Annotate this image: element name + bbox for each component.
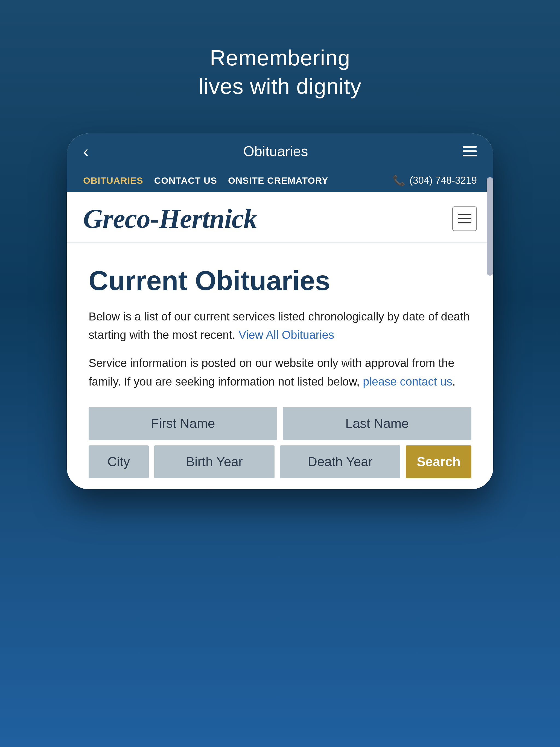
contact-us-link[interactable]: please contact us [363,375,452,388]
nav-crematory-link[interactable]: ONSITE CREMATORY [228,175,328,186]
device-frame: ‹ Obituaries OBITUARIES CONTACT US ONSIT… [67,133,493,489]
view-all-link[interactable]: View All Obituaries [239,328,334,341]
description-paragraph: Below is a list of our current services … [88,307,472,344]
birth-year-input[interactable]: Birth Year [154,445,275,478]
phone-icon: 📞 [392,175,405,186]
menu-line-2 [463,150,477,152]
back-button[interactable]: ‹ [83,142,88,161]
menu-line-1 [463,146,477,148]
phone-number: (304) 748-3219 [410,175,477,186]
app-menu-button[interactable] [463,146,477,156]
nav-contact-link[interactable]: CONTACT US [154,175,217,186]
nav-obituaries-link[interactable]: OBITUARIES [83,175,143,186]
site-logo[interactable]: Greco-Hertnick [83,203,257,234]
search-button[interactable]: Search [406,445,472,478]
hamburger-line-3 [458,222,472,223]
city-input[interactable]: City [88,445,149,478]
logo-area: Greco-Hertnick [67,192,493,243]
app-header: ‹ Obituaries [67,133,493,169]
first-name-input[interactable]: First Name [88,407,277,440]
service-info-paragraph: Service information is posted on our web… [88,354,472,390]
search-row-1: First Name Last Name [88,407,472,440]
menu-line-3 [463,155,477,156]
phone-area: 📞 (304) 748-3219 [392,175,477,186]
nav-links: OBITUARIES CONTACT US ONSITE CREMATORY [83,175,328,186]
hamburger-menu-button[interactable] [452,206,477,231]
death-year-input[interactable]: Death Year [280,445,400,478]
page-title: Current Obituaries [88,265,472,297]
site-navigation: OBITUARIES CONTACT US ONSITE CREMATORY 📞… [67,169,493,192]
hamburger-line-2 [458,218,472,219]
search-row-2: City Birth Year Death Year Search [88,445,472,478]
last-name-input[interactable]: Last Name [283,407,472,440]
main-content: Current Obituaries Below is a list of ou… [67,243,493,489]
app-tagline: Remembering lives with dignity [199,44,361,101]
hamburger-line-1 [458,214,472,215]
app-header-title: Obituaries [243,143,308,159]
